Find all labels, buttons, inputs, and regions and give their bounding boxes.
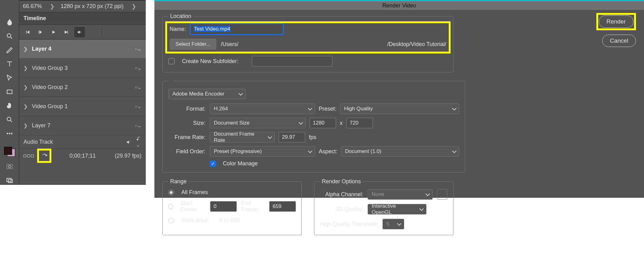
type-tool-icon[interactable]	[5, 60, 14, 68]
dodge-tool-icon[interactable]	[5, 32, 14, 40]
layer-name: Video Group 3	[32, 65, 68, 71]
format-dropdown[interactable]: H.264	[210, 104, 315, 114]
quick-mask-icon[interactable]	[5, 163, 14, 171]
play-icon[interactable]	[48, 27, 59, 37]
split-clip-icon[interactable]	[107, 27, 117, 37]
svg-rect-9	[8, 180, 12, 183]
chevron-right-icon: ❯	[50, 3, 54, 10]
x-label: x	[340, 120, 343, 126]
color-swatches[interactable]	[4, 147, 15, 157]
render-video-dialog: Render Video Render Cancel Location Name…	[154, 0, 644, 198]
3d-quality-dropdown[interactable]: Interactive OpenGL	[368, 204, 426, 214]
svg-point-10	[92, 31, 93, 33]
hand-tool-icon[interactable]	[5, 102, 14, 110]
prev-frame-icon[interactable]	[35, 27, 46, 37]
convert-frames-icon[interactable]	[24, 155, 34, 157]
more-tools-icon[interactable]	[5, 130, 14, 138]
fieldorder-dropdown[interactable]: Preset (Progressive)	[210, 146, 315, 157]
pen-tool-icon[interactable]	[5, 46, 14, 54]
transition-icon[interactable]	[120, 27, 130, 37]
end-frame-input[interactable]	[269, 201, 296, 212]
fieldorder-label: Field Order:	[176, 148, 205, 155]
timecode[interactable]: 0;00;17;11	[69, 153, 96, 159]
blur-tool-icon[interactable]	[5, 19, 14, 26]
vertical-toolbar	[0, 0, 19, 184]
speaker-icon[interactable]	[126, 139, 132, 145]
aspect-dropdown[interactable]: Document (1.0)	[341, 146, 459, 157]
mute-icon[interactable]	[74, 27, 85, 37]
audio-track-row[interactable]: Audio Track ⌄	[19, 135, 146, 149]
layer-name: Video Group 2	[32, 84, 68, 91]
height-input[interactable]	[346, 118, 373, 128]
rectangle-tool-icon[interactable]	[5, 88, 14, 96]
work-area-label: Work Area:	[181, 217, 209, 224]
location-section: Location Name: Test Video.mp4 Select Fol…	[162, 13, 453, 72]
transport-controls	[19, 25, 146, 40]
chevron-right-icon: ❯	[24, 104, 28, 109]
svg-rect-16	[136, 87, 137, 88]
svg-point-11	[110, 30, 112, 32]
framerate-mode-dropdown[interactable]: Document Frame Rate	[210, 132, 275, 142]
create-subfolder-checkbox[interactable]	[168, 58, 175, 64]
color-manage-checkbox[interactable]	[210, 161, 216, 167]
svg-rect-17	[136, 106, 137, 107]
work-area-value: 0 to 659	[219, 217, 240, 224]
svg-rect-14	[136, 48, 137, 49]
zoom-tool-icon[interactable]	[5, 116, 14, 124]
svg-point-12	[110, 32, 112, 34]
render-button[interactable]: Render	[599, 15, 633, 28]
name-label: Name:	[170, 26, 186, 32]
width-input[interactable]	[309, 118, 336, 128]
render-options-section: Render Options Alpha Channel: None 3D Qu…	[314, 178, 453, 235]
film-icon[interactable]: ⌄	[135, 123, 141, 129]
select-folder-button[interactable]: Select Folder...	[170, 39, 216, 50]
music-note-icon[interactable]: ⌄	[136, 136, 141, 148]
svg-point-3	[7, 133, 8, 134]
framerate-label: Frame Rate:	[175, 134, 205, 141]
encoder-engine-dropdown[interactable]: Adobe Media Encoder	[168, 89, 246, 99]
work-area-radio[interactable]	[168, 218, 174, 223]
range-section: Range All Frames Start Frame: End Frame:…	[162, 178, 302, 235]
render-export-icon[interactable]	[38, 150, 50, 162]
svg-point-2	[7, 117, 11, 121]
layer-row[interactable]: ❯Video Group 3 ⌄	[19, 59, 146, 78]
timeline-tab[interactable]: Timeline	[19, 12, 146, 25]
svg-point-4	[9, 133, 10, 134]
film-icon[interactable]: ⌄	[135, 46, 141, 52]
framerate-input[interactable]	[279, 132, 305, 142]
layer-row[interactable]: ❯Layer 7 ⌄	[19, 116, 146, 135]
layer-row[interactable]: ❯Video Group 1 ⌄	[19, 97, 146, 116]
settings-gear-icon[interactable]	[87, 27, 98, 37]
film-icon[interactable]: ⌄	[135, 104, 141, 110]
start-frame-input[interactable]	[210, 201, 237, 212]
chevron-right-icon: ❯	[132, 3, 136, 10]
path-select-tool-icon[interactable]	[5, 74, 14, 82]
zoom-level[interactable]: 66.67%	[23, 3, 42, 10]
film-icon[interactable]: ⌄	[135, 84, 141, 91]
filename-input[interactable]: Test Video.mp4	[190, 24, 283, 34]
encoder-section: . Adobe Media Encoder Format: H.264 Pres…	[162, 78, 465, 173]
svg-rect-8	[7, 178, 11, 182]
layer-row[interactable]: ❯Video Group 2 ⌄	[19, 78, 146, 97]
timeline-layers: ❯Layer 4 ⌄ ❯Video Group 3 ⌄ ❯Video Group…	[19, 40, 146, 184]
canvas-dimensions: 1280 px x 720 px (72 ppi)	[61, 3, 123, 10]
preset-label: Preset:	[319, 106, 336, 112]
cancel-button[interactable]: Cancel	[602, 35, 636, 47]
start-frame-label: Start Frame:	[180, 200, 206, 213]
path-suffix: /Desktop/Video Tutorial/	[387, 41, 446, 48]
layer-row[interactable]: ❯Layer 4 ⌄	[19, 40, 146, 59]
svg-rect-15	[136, 67, 137, 69]
size-label: Size:	[193, 120, 205, 126]
go-to-start-icon[interactable]	[22, 27, 33, 37]
size-mode-dropdown[interactable]: Document Size	[210, 118, 306, 128]
layer-name: Layer 4	[32, 46, 51, 52]
hq-threshold-dropdown: 5	[383, 219, 404, 229]
preset-dropdown[interactable]: High Quality	[340, 104, 459, 114]
start-frame-radio[interactable]	[168, 204, 173, 209]
film-icon[interactable]: ⌄	[135, 65, 141, 71]
next-frame-icon[interactable]	[61, 27, 72, 37]
all-frames-radio[interactable]	[168, 190, 174, 195]
screen-mode-icon[interactable]	[5, 177, 14, 184]
3d-quality-label: 3D Quality:	[320, 206, 363, 213]
path-prefix: /Users/	[221, 41, 238, 48]
